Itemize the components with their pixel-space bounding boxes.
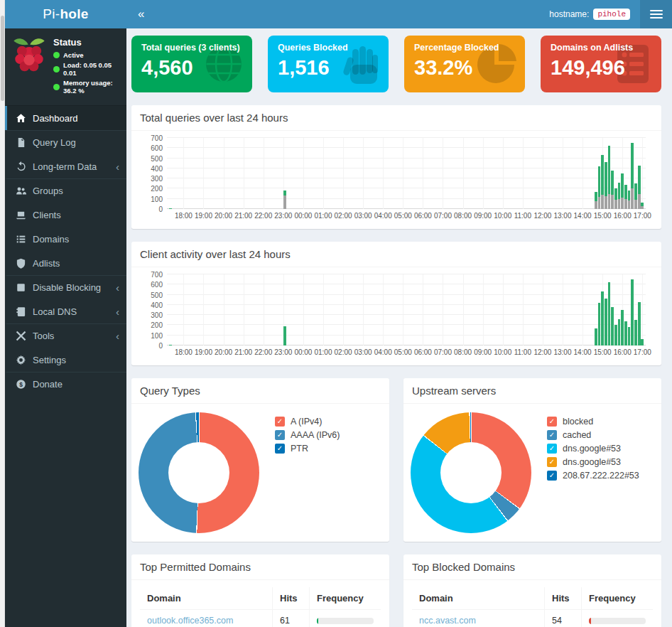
domain-link[interactable]: ncc.avast.com [419,616,476,626]
stat-card[interactable]: Queries Blocked1,516 [268,36,389,92]
chart-bar-segment-client [628,327,631,345]
stat-card[interactable]: Percentage Blocked33.2% [404,36,525,92]
stat-card[interactable]: Total queries (3 clients)4,560 [131,36,252,92]
sidebar-item-donate[interactable]: $Donate [5,372,126,396]
stat-cards-row: Total queries (3 clients)4,560Queries Bl… [131,36,661,92]
chart-bar-segment-cached [638,194,641,209]
sidebar-item-domains[interactable]: Domains [5,227,126,251]
chart-bar [608,274,611,345]
x-tick-label: 00:00 [294,348,312,356]
chart-bar-segment-cached [614,200,617,209]
top-blocked-domains-box: Top Blocked Domains DomainHitsFrequencyn… [403,554,661,627]
chart-bar [638,138,641,209]
sidebar-item-dashboard[interactable]: Dashboard [5,106,126,130]
x-tick-label: 07:00 [434,348,452,356]
status-item-label: Active [63,51,84,59]
gridline [563,274,563,345]
stat-card-title: Queries Blocked [278,43,379,53]
chart-bar-segment-client [601,291,604,345]
chart-bar [611,274,614,345]
legend-item[interactable]: ✓blocked [547,417,639,427]
gridline [167,198,646,199]
chart-bar [601,138,604,209]
chart-bar [641,274,644,345]
sidebar-item-tools[interactable]: Tools‹ [5,323,126,348]
legend-item[interactable]: ✓PTR [275,444,340,454]
legend-item[interactable]: ✓dns.google#53 [547,444,639,454]
chart-bar-segment-client [169,345,172,345]
x-tick-label: 15:00 [594,348,612,356]
stat-card-title: Total queries (3 clients) [141,43,242,53]
browser-scrollbar[interactable] [0,0,5,627]
sidebar-item-long-term-data[interactable]: Long-term Data‹ [5,154,126,178]
x-tick-label: 17:00 [634,212,651,220]
x-tick-label: 10:00 [494,212,511,220]
chart-bar [614,274,617,345]
table-header: DomainHitsFrequency [412,587,653,610]
legend-item[interactable]: ✓dns.google#53 [547,457,639,467]
gridline [443,274,443,345]
brand-logo[interactable]: Pi-hole [5,0,126,28]
chart-bar [634,274,637,345]
sidebar-item-label: Local DNS [33,306,77,317]
gridline [483,138,484,209]
sidebar-item-settings[interactable]: Settings [5,348,126,372]
chart-bar-segment-cached [595,201,597,209]
gridline [543,138,543,209]
sidebar-item-query-log[interactable]: Query Log [5,130,126,154]
frequency-bar [589,618,646,624]
sidebar-item-clients[interactable]: Clients [5,203,126,227]
x-tick-label: 07:00 [434,212,452,220]
address-book-icon [16,306,33,317]
legend-checkbox-icon: ✓ [547,471,557,481]
sidebar-item-disable-blocking[interactable]: Disable Blocking‹ [5,275,126,299]
sidebar-item-label: Donate [33,379,63,390]
gridline [563,138,563,209]
legend-item[interactable]: ✓208.67.222.222#53 [547,471,639,481]
sidebar-item-groups[interactable]: Groups [5,178,126,203]
chart-bar-segment-cached [634,200,637,209]
stat-card[interactable]: Domains on Adlists149,496 [541,36,661,92]
chart-bar [641,138,644,209]
domain-link[interactable]: outlook.office365.com [147,616,233,626]
status-item-label: Load: 0.05 0.05 0.01 [63,61,121,77]
frequency-bar-fill [589,618,591,624]
x-tick-label: 06:00 [414,212,432,220]
legend-item[interactable]: ✓cached [547,430,639,440]
chart-bar-segment-client [638,302,641,345]
gridline [582,274,583,345]
chart-title: Upstream servers [403,378,661,404]
chart-bar-segment-permitted [624,185,627,199]
x-tick-label: 12:00 [533,348,551,356]
status-dot-icon [53,84,60,90]
chart-legend: ✓blocked✓cached✓dns.google#53✓dns.google… [547,417,639,533]
chart-bar-segment-permitted [614,188,617,200]
legend-checkbox-icon: ✓ [275,444,285,454]
x-tick-label: 12:00 [533,212,551,220]
sidebar-collapse-toggle[interactable]: « [126,7,156,21]
hamburger-menu-button[interactable] [640,0,672,28]
y-tick-label: 0 [136,342,163,350]
x-tick-label: 20:00 [215,348,232,356]
x-tick-label: 04:00 [374,348,392,356]
sidebar-item-local-dns[interactable]: Local DNS‹ [5,299,126,323]
gridline [523,138,524,209]
y-tick-label: 400 [136,301,163,309]
y-tick-label: 300 [136,175,163,183]
chart-bar-segment-client [631,279,634,345]
sidebar-item-label: Domains [33,234,69,245]
list-icon [16,234,33,245]
legend-item[interactable]: ✓AAAA (IPv6) [275,430,340,440]
gridline [463,274,464,345]
chart-bar-segment-permitted [605,162,607,196]
legend-item[interactable]: ✓A (IPv4) [275,417,340,427]
gridline [383,274,384,345]
gridline [167,314,646,315]
brand-text-bold: hole [60,6,88,22]
scrollbar-thumb[interactable] [1,16,4,101]
gridline [443,138,443,209]
query-types-box: Query Types ✓A (IPv4)✓AAAA (IPv6)✓PTR [131,378,389,542]
status-panel: Status ActiveLoad: 0.05 0.05 0.01Memory … [5,28,126,105]
gridline [264,274,264,345]
sidebar-item-adlists[interactable]: Adlists [5,251,126,275]
